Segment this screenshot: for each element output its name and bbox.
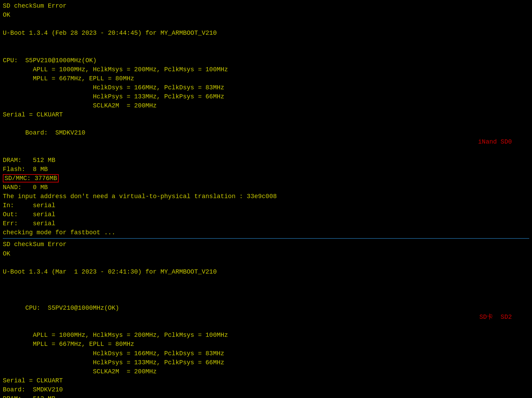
line-hclkp-1: HclkPsys = 133MHz, PclkPsys = 66MHz bbox=[3, 92, 529, 101]
line-err-1: Err: serial bbox=[3, 219, 529, 228]
line-dram-2: DRAM: 512 MB bbox=[3, 394, 529, 398]
line-empty-2c bbox=[3, 285, 529, 294]
line-flash-1: Flash: 8 MB bbox=[3, 165, 529, 174]
line-empty-1c bbox=[3, 47, 529, 56]
line-ok-1: OK bbox=[3, 10, 529, 19]
line-sd-checksum-2: SD checkSum Error bbox=[3, 240, 529, 249]
line-hclkp-2: HclkPsys = 133MHz, PclkPsys = 66MHz bbox=[3, 358, 529, 367]
line-empty-2a bbox=[3, 258, 529, 267]
line-ok-2: OK bbox=[3, 249, 529, 258]
line-cpu-2: CPU: S5PV210@1000MHz(OK) SD卡 SD2 bbox=[3, 294, 529, 331]
line-sdmmc-1: SD/MMC: 3776MB bbox=[3, 174, 529, 183]
terminal-container: SD checkSum Error OK U-Boot 1.3.4 (Feb 2… bbox=[3, 1, 529, 398]
sd-card-sd2-label: SD卡 SD2 bbox=[479, 312, 512, 322]
line-empty-1b bbox=[3, 38, 529, 47]
line-board-1: Board: SMDKV210 iNand SD0 bbox=[3, 119, 529, 155]
line-mpll-1: MPLL = 667MHz, EPLL = 80MHz bbox=[3, 74, 529, 83]
sdmmc-highlight-1: SD/MMC: 3776MB bbox=[3, 174, 59, 182]
line-fastboot-1: checking mode for fastboot ... bbox=[3, 228, 529, 237]
terminal-block-1: SD checkSum Error OK U-Boot 1.3.4 (Feb 2… bbox=[3, 1, 529, 237]
inand-sd0-label: iNand SD0 bbox=[478, 137, 512, 146]
line-uboot-2: U-Boot 1.3.4 (Mar 1 2023 - 02:41:30) for… bbox=[3, 267, 529, 276]
line-hclkd-2: HclkDsys = 166MHz, PclkDsys = 83MHz bbox=[3, 349, 529, 358]
line-dram-1: DRAM: 512 MB bbox=[3, 156, 529, 165]
line-empty-2b bbox=[3, 276, 529, 285]
line-empty-1a bbox=[3, 19, 529, 29]
terminal-block-2: SD checkSum Error OK U-Boot 1.3.4 (Mar 1… bbox=[3, 240, 529, 398]
line-apll-1: APLL = 1000MHz, HclkMsys = 200MHz, PclkM… bbox=[3, 65, 529, 74]
line-sd-checksum-1: SD checkSum Error bbox=[3, 1, 529, 10]
line-apll-2: APLL = 1000MHz, HclkMsys = 200MHz, PclkM… bbox=[3, 331, 529, 340]
line-sclka-1: SCLKA2M = 200MHz bbox=[3, 101, 529, 110]
line-nand-1: NAND: 0 MB bbox=[3, 183, 529, 192]
line-out-1: Out: serial bbox=[3, 210, 529, 219]
line-uboot-1: U-Boot 1.3.4 (Feb 28 2023 - 20:44:45) fo… bbox=[3, 29, 529, 38]
line-in-1: In: serial bbox=[3, 201, 529, 210]
line-mpll-2: MPLL = 667MHz, EPLL = 80MHz bbox=[3, 340, 529, 349]
line-serial-2: Serial = CLKUART bbox=[3, 376, 529, 385]
line-serial-1: Serial = CLKUART bbox=[3, 110, 529, 119]
line-board-2: Board: SMDKV210 bbox=[3, 385, 529, 394]
line-cpu-1: CPU: S5PV210@1000MHz(OK) bbox=[3, 56, 529, 65]
line-translation-1: The input address don't need a virtual-t… bbox=[3, 192, 529, 201]
line-hclkd-1: HclkDsys = 166MHz, PclkDsys = 83MHz bbox=[3, 83, 529, 92]
terminal-divider bbox=[3, 238, 529, 239]
line-sclka-2: SCLKA2M = 200MHz bbox=[3, 367, 529, 376]
